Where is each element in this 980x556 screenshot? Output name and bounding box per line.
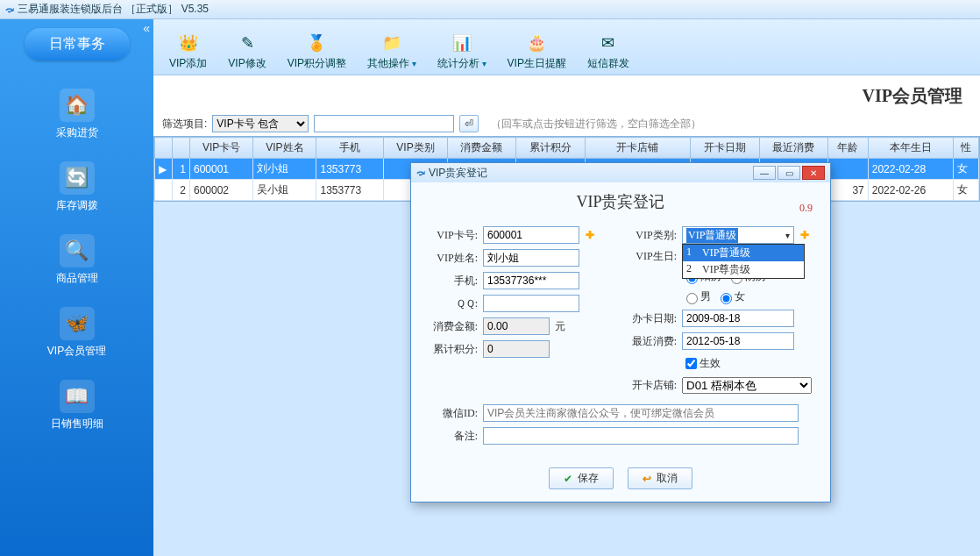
page-title: VIP会员管理 (153, 75, 980, 111)
undo-icon (643, 473, 651, 485)
vip-type-option[interactable]: 1VIP普通级 (683, 245, 804, 261)
check-icon (564, 473, 572, 485)
chart-icon: 📊 (451, 32, 473, 54)
medal-icon: 🏅 (305, 32, 328, 54)
dialog-close-button[interactable]: ✕ (802, 166, 825, 180)
house-icon: 🏠 (60, 89, 95, 122)
recent-date-input[interactable] (682, 332, 794, 350)
row-pointer-icon: ▶ (155, 159, 173, 180)
pencil-icon: ✎ (236, 32, 259, 54)
filter-row: 筛选项目: VIP卡号 包含 ⏎ （回车或点击按钮进行筛选，空白筛选全部） (153, 111, 980, 136)
sex-female-radio[interactable] (721, 293, 732, 304)
dialog-max-button[interactable]: ▭ (778, 166, 800, 180)
sidebar-header[interactable]: 日常事务 (25, 28, 130, 61)
dialog-titlebar[interactable]: ⤼ VIP贵宾登记 — ▭ ✕ (411, 163, 830, 182)
sidebar: « 日常事务 🏠采购进货 🔄库存调拨 🔍商品管理 🦋VIP会员管理 📖日销售明细 (0, 19, 153, 556)
nav-vip[interactable]: 🦋VIP会员管理 (47, 307, 106, 359)
chevron-down-icon: ▾ (785, 231, 790, 240)
vip-type-select[interactable]: VIP普通级 ▾ 1VIP普通级 2VIP尊贵级 (682, 226, 794, 244)
tb-birthday[interactable]: 🎂VIP生日提醒 (499, 30, 575, 73)
shop-select[interactable]: D01 梧桐本色 (682, 377, 812, 394)
vip-amount-input[interactable] (483, 317, 550, 335)
nav-daily-sales[interactable]: 📖日销售明细 (51, 380, 103, 431)
mail-icon: ✉ (597, 32, 620, 54)
dialog-min-button[interactable]: — (753, 166, 776, 180)
butterfly-icon: 🦋 (60, 307, 95, 340)
type-add-icon[interactable]: ✚ (798, 228, 812, 242)
filter-go-button[interactable]: ⏎ (459, 115, 479, 132)
tb-vip-points[interactable]: 🏅VIP积分调整 (279, 30, 355, 73)
filter-hint: （回车或点击按钮进行筛选，空白筛选全部） (491, 117, 701, 132)
cake-icon: 🎂 (525, 32, 548, 54)
nav-purchase[interactable]: 🏠采购进货 (56, 89, 98, 140)
vip-type-option[interactable]: 2VIP尊贵级 (683, 261, 804, 278)
nav-products[interactable]: 🔍商品管理 (56, 234, 98, 286)
vip-qq-input[interactable] (483, 295, 579, 312)
tb-stats[interactable]: 📊统计分析 (429, 30, 495, 73)
vip-name-input[interactable] (483, 249, 579, 267)
book-icon: 📖 (60, 380, 95, 413)
grid-header-row: VIP卡号 VIP姓名 手机 VIP类别 消费金额 累计积分 开卡店铺 开卡日期… (155, 138, 979, 159)
vip-type-dropdown: 1VIP普通级 2VIP尊贵级 (682, 244, 805, 279)
magnifier-icon: 🔍 (60, 234, 95, 267)
active-checkbox[interactable] (685, 358, 697, 369)
filter-value-input[interactable] (314, 115, 454, 132)
tb-vip-edit[interactable]: ✎VIP修改 (219, 30, 274, 73)
dialog-title: VIP贵宾登记 (429, 166, 487, 181)
crown-icon: 👑 (177, 32, 200, 54)
tb-vip-add[interactable]: 👑VIP添加 (160, 30, 216, 73)
vip-register-dialog: ⤼ VIP贵宾登记 — ▭ ✕ VIP贵宾登记 0.9 VIP卡号:✚ VIP姓… (410, 162, 831, 503)
dialog-version: 0.9 (799, 202, 813, 215)
app-logo-icon: ⤼ (5, 4, 14, 16)
dialog-heading: VIP贵宾登记 0.9 (411, 182, 830, 214)
vip-points-input[interactable] (483, 340, 550, 358)
transfer-icon: 🔄 (60, 161, 95, 195)
folder-icon: 📁 (380, 32, 403, 54)
app-title: 三易通服装连锁版后台 ［正式版］ V5.35 (18, 2, 209, 17)
title-bar: ⤼ 三易通服装连锁版后台 ［正式版］ V5.35 (0, 0, 980, 19)
tb-other-ops[interactable]: 📁其他操作 (359, 30, 425, 73)
sex-male-radio[interactable] (686, 293, 698, 304)
card-add-icon[interactable]: ✚ (583, 228, 597, 242)
vip-phone-input[interactable] (483, 272, 579, 289)
wechat-id-input[interactable] (483, 404, 799, 422)
dialog-logo-icon: ⤼ (416, 167, 425, 179)
filter-label: 筛选项目: (162, 117, 207, 132)
open-date-input[interactable] (682, 310, 794, 327)
filter-field-select[interactable]: VIP卡号 包含 (212, 115, 309, 132)
nav-transfer[interactable]: 🔄库存调拨 (56, 161, 98, 213)
cancel-button[interactable]: 取消 (628, 467, 692, 489)
note-input[interactable] (483, 427, 799, 445)
tb-sms[interactable]: ✉短信群发 (579, 30, 638, 73)
save-button[interactable]: 保存 (549, 467, 614, 489)
toolbar: 👑VIP添加 ✎VIP修改 🏅VIP积分调整 📁其他操作 📊统计分析 🎂VIP生… (153, 19, 980, 75)
vip-card-input[interactable] (483, 226, 579, 244)
sidebar-collapse-icon[interactable]: « (143, 21, 150, 35)
